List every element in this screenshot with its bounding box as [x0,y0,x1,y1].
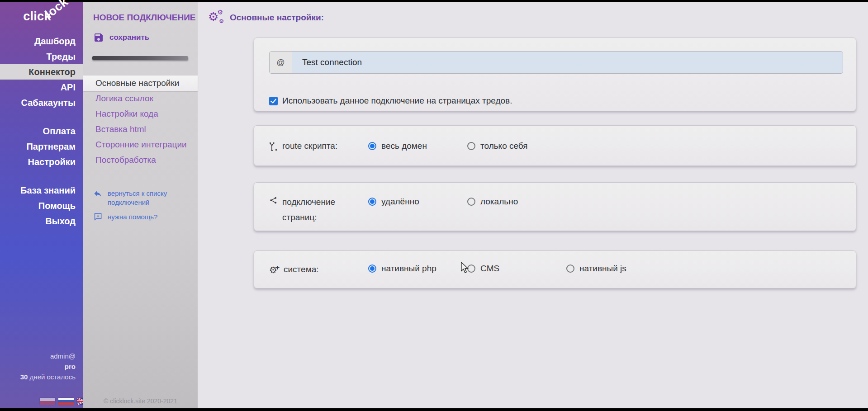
sidebar-item-subaccounts[interactable]: Сабакаунты [0,95,83,110]
radio-remote[interactable]: удалённо [368,197,419,207]
sidebar-item-settings[interactable]: Настройки [0,154,83,170]
subnav-item-html-insert[interactable]: Вставка html [83,122,198,137]
save-floppy-icon [93,32,104,43]
radio-button[interactable] [566,265,574,273]
radio-button[interactable] [368,198,376,206]
radio-only-self[interactable]: только себя [467,141,528,151]
page-connection-card: подключение страниц: удалённо локально [254,182,856,231]
sidebar-item-logout[interactable]: Выход [0,213,83,229]
radio-cms[interactable]: CMS [467,264,499,274]
back-to-list-link[interactable]: вернуться к списку подключений [93,189,175,207]
route-script-label: route скрипта: [269,140,362,152]
subnav-menu: Основные настройки Логика ссылок Настрой… [83,76,198,168]
radio-label: CMS [480,264,499,274]
radio-label: нативный js [579,264,626,274]
save-button[interactable]: сохранить [93,32,149,43]
sidebar-menu: Дашборд Треды Коннектор API Сабакаунты О… [0,33,83,229]
clicklock-logo: clicklock [23,9,76,24]
need-help-link[interactable]: нужна помощь? [93,212,157,221]
connection-name-input[interactable] [292,52,843,73]
share-icon [269,196,278,205]
route-script-card: route скрипта: весь домен только себя [254,125,856,166]
connection-name-input-group: @ [269,51,843,74]
subnav-item-main-settings[interactable]: Основные настройки [83,76,198,91]
subnav-item-code-settings[interactable]: Настройки кода [83,106,198,122]
use-on-threads-checkbox[interactable] [269,97,278,105]
account-days-left: 30 дней осталось [20,372,76,382]
radio-label: весь домен [381,141,427,151]
sidebar-item-connector[interactable]: Коннектор [0,64,83,80]
radio-button[interactable] [368,265,376,273]
sidebar-item-help[interactable]: Помощь [0,198,83,213]
connection-name-card: @ Использовать данное подключение на стр… [254,38,856,111]
sidebar-item-partners[interactable]: Партнерам [0,139,83,154]
save-button-label: сохранить [109,33,149,42]
radio-label: локально [480,197,518,207]
radio-local[interactable]: локально [467,197,518,207]
subnav-divider [92,56,188,60]
content-heading: ⚙⚙⚙ Основные настройки: [208,10,324,25]
help-link-label: нужна помощь? [108,213,157,221]
route-icon [269,142,278,151]
sidebar-item-dashboard[interactable]: Дашборд [0,33,83,49]
account-plan: pro [20,361,76,372]
radio-native-php[interactable]: нативный php [368,264,436,274]
sidebar: clicklock Дашборд Треды Коннектор API Са… [0,2,83,408]
account-email: admin@ [20,351,76,361]
radio-whole-domain[interactable]: весь домен [368,141,427,151]
page-connection-label: подключение страниц: [269,194,362,225]
system-label: ⚙+ система: [269,264,362,275]
flag-faded-icon[interactable] [40,398,55,405]
radio-native-js[interactable]: нативный js [566,264,626,274]
main-content: ⚙⚙⚙ Основные настройки: @ Использовать д… [198,2,868,408]
subnav-item-third-party-integrations[interactable]: Сторонние интеграции [83,137,198,152]
radio-label: удалённо [381,197,419,207]
app-window: clicklock Дашборд Треды Коннектор API Са… [0,2,868,408]
gears-icon: ⚙⚙⚙ [208,10,224,25]
subnav-item-post-processing[interactable]: Постобработка [83,152,198,168]
content-heading-title: Основные настройки: [230,13,324,23]
radio-button[interactable] [368,142,376,150]
mouse-cursor [460,261,470,276]
gear-plus-icon: ⚙+ [269,265,279,275]
at-prefix: @ [270,52,292,73]
sidebar-item-threads[interactable]: Треды [0,49,83,64]
radio-label: нативный php [381,264,436,274]
use-on-threads-label: Использовать данное подключение на стран… [282,96,512,106]
sidebar-item-knowledge-base[interactable]: База знаний [0,183,83,198]
use-on-threads-row[interactable]: Использовать данное подключение на стран… [269,96,512,106]
feedback-icon [93,212,102,221]
connector-subnav: НОВОЕ ПОДКЛЮЧЕНИЕ сохранить Основные нас… [83,2,198,408]
radio-button[interactable] [467,198,475,206]
system-card: ⚙+ система: нативный php CMS нативный js [254,250,856,288]
sidebar-item-api[interactable]: API [0,80,83,95]
back-link-label: вернуться к списку подключений [108,189,175,207]
radio-label: только себя [480,141,528,151]
subnav-item-link-logic[interactable]: Логика ссылок [83,91,198,106]
back-arrow-icon [93,189,102,198]
copyright: © clicklock.site 2020-2021 [83,397,198,405]
page-title: НОВОЕ ПОДКЛЮЧЕНИЕ [93,13,196,23]
radio-button[interactable] [467,142,475,150]
flag-russia-icon[interactable] [58,398,74,405]
account-info: admin@ pro 30 дней осталось [20,351,76,382]
sidebar-item-payment[interactable]: Оплата [0,123,83,139]
